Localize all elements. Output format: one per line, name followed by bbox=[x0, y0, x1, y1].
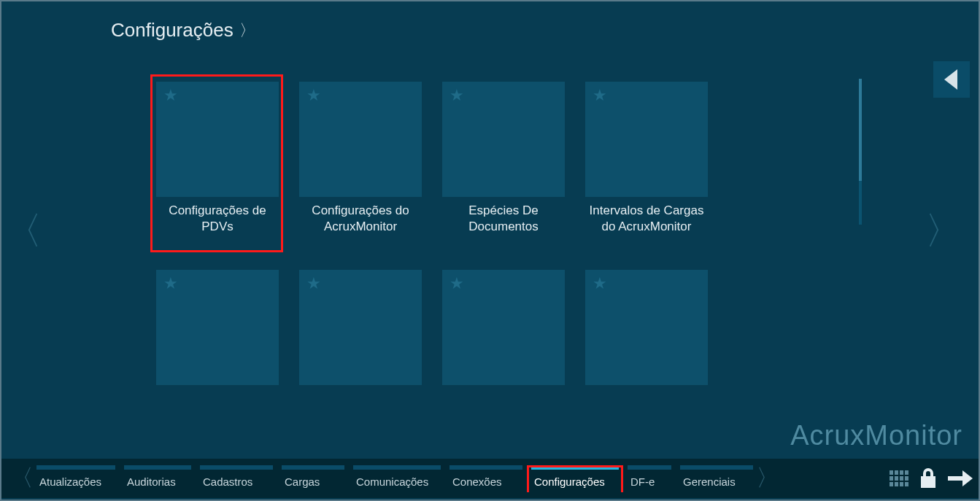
vertical-scrollbar[interactable] bbox=[859, 79, 862, 225]
tile-grid: ★Configurações de PDVs★Configurações do … bbox=[155, 82, 709, 423]
star-icon: ★ bbox=[593, 274, 607, 293]
tile-button[interactable]: ★ bbox=[299, 270, 422, 385]
star-icon: ★ bbox=[593, 86, 607, 105]
tab-atualizações[interactable]: Atualizações bbox=[36, 465, 115, 492]
star-icon: ★ bbox=[306, 274, 321, 293]
tab-conexões[interactable]: Conexões bbox=[450, 465, 522, 492]
breadcrumb: Configurações 〉 bbox=[111, 19, 255, 42]
tab-cadastros[interactable]: Cadastros bbox=[200, 465, 273, 492]
tab-auditorias[interactable]: Auditorias bbox=[124, 465, 191, 492]
tile-button[interactable]: ★ bbox=[156, 82, 279, 197]
tile-label: Configurações do AcruxMonitor bbox=[298, 203, 423, 235]
tile-r2-3: ★ bbox=[584, 270, 709, 423]
tile-r2-0: ★ bbox=[155, 270, 280, 423]
breadcrumb-title: Configurações bbox=[111, 19, 234, 42]
tab-df-e[interactable]: DF-e bbox=[628, 465, 671, 492]
scroll-left-button[interactable]: 〈 bbox=[4, 206, 42, 257]
star-icon: ★ bbox=[306, 86, 321, 105]
tile-r2-2: ★ bbox=[441, 270, 566, 423]
apps-grid-icon[interactable] bbox=[890, 470, 908, 486]
tab-cargas[interactable]: Cargas bbox=[282, 465, 344, 492]
tile-button[interactable]: ★ bbox=[442, 270, 565, 385]
tile-label: Intervalos de Cargas do AcruxMonitor bbox=[584, 203, 709, 235]
star-icon: ★ bbox=[163, 86, 178, 105]
tabs-scroll-left[interactable]: 〈 bbox=[7, 462, 36, 494]
bottom-nav: 〈 AtualizaçõesAuditoriasCadastrosCargasC… bbox=[1, 459, 979, 498]
lock-icon[interactable] bbox=[919, 467, 938, 489]
tab-gerenciais[interactable]: Gerenciais bbox=[680, 465, 753, 492]
tile-r1-2: ★Espécies De Documentos bbox=[441, 82, 566, 235]
tile-button[interactable]: ★ bbox=[442, 82, 565, 197]
tile-button[interactable]: ★ bbox=[585, 82, 708, 197]
tile-button[interactable]: ★ bbox=[156, 270, 279, 385]
forward-arrow-icon[interactable] bbox=[948, 469, 973, 488]
tile-r1-1: ★Configurações do AcruxMonitor bbox=[298, 82, 423, 235]
back-button[interactable] bbox=[933, 61, 970, 98]
tile-button[interactable]: ★ bbox=[299, 82, 422, 197]
tile-r1-3: ★Intervalos de Cargas do AcruxMonitor bbox=[584, 82, 709, 235]
tabs-scroll-right[interactable]: 〉 bbox=[753, 462, 782, 494]
tile-r2-1: ★ bbox=[298, 270, 423, 423]
tile-label: Configurações de PDVs bbox=[155, 203, 280, 235]
tile-button[interactable]: ★ bbox=[585, 270, 708, 385]
tab-comunicações[interactable]: Comunicações bbox=[353, 465, 441, 492]
tab-configurações[interactable]: Configurações bbox=[531, 465, 619, 492]
star-icon: ★ bbox=[450, 274, 464, 293]
tile-r1-0: ★Configurações de PDVs bbox=[155, 82, 280, 235]
brand-watermark: AcruxMonitor bbox=[790, 420, 962, 451]
star-icon: ★ bbox=[450, 86, 464, 105]
star-icon: ★ bbox=[163, 274, 178, 293]
chevron-right-icon: 〉 bbox=[239, 20, 255, 42]
tile-label: Espécies De Documentos bbox=[441, 203, 566, 235]
scroll-right-button[interactable]: 〉 bbox=[925, 206, 962, 257]
